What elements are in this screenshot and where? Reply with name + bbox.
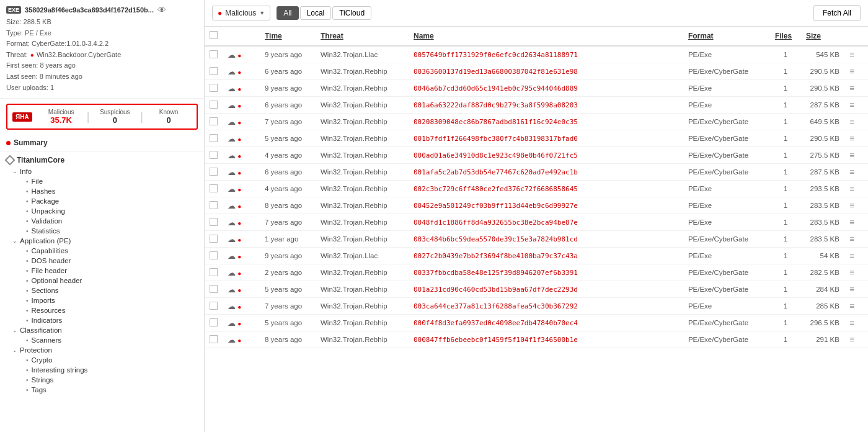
row-menu-icon[interactable]: ≡ (849, 217, 854, 227)
row-menu-icon[interactable]: ≡ (849, 150, 854, 160)
row-menu[interactable]: ≡ (844, 214, 868, 231)
row-menu-icon[interactable]: ≡ (849, 117, 854, 127)
malicious-dropdown[interactable]: ● Malicious ▼ (212, 6, 270, 20)
tree-child-capabilities[interactable]: •Capabilities (6, 246, 204, 256)
row-checkbox-cell[interactable] (205, 231, 223, 248)
row-name[interactable]: 003ca644ce377a81c13f6288afea54c30b367292 (409, 298, 683, 315)
row-menu[interactable]: ≡ (844, 264, 868, 281)
row-name[interactable]: 00337fbbcdba58e48e125f39d8946207ef6b3391 (409, 264, 683, 281)
row-menu-icon[interactable]: ≡ (849, 268, 854, 277)
row-menu-icon[interactable]: ≡ (849, 335, 854, 344)
tree-child-file-header[interactable]: •File header (6, 266, 204, 276)
row-name[interactable]: 001a6a63222daf887d0c9b279c3a8f5998a08203 (409, 97, 683, 114)
row-checkbox-cell[interactable] (205, 264, 223, 281)
row-hash-link[interactable]: 0057649bff1731929f0e6efc0cd2634a81188971 (414, 51, 578, 59)
col-files-header[interactable]: Files (770, 27, 801, 46)
row-menu[interactable]: ≡ (844, 197, 868, 214)
tree-parent-info[interactable]: ⌄ Info (6, 166, 204, 176)
row-menu-icon[interactable]: ≡ (849, 167, 854, 177)
row-checkbox-cell[interactable] (205, 80, 223, 97)
row-hash-link[interactable]: 000f4f8d3efa0937ed0c4098ee7db47840b70ec4 (414, 319, 578, 327)
row-menu[interactable]: ≡ (844, 46, 868, 63)
eye-icon[interactable]: 👁 (157, 5, 166, 15)
row-menu[interactable]: ≡ (844, 164, 868, 181)
row-checkbox-cell[interactable] (205, 181, 223, 197)
row-menu-icon[interactable]: ≡ (849, 83, 854, 93)
tree-child-imports[interactable]: •Imports (6, 295, 204, 305)
row-checkbox-cell[interactable] (205, 147, 223, 164)
header-checkbox[interactable] (210, 31, 218, 39)
tree-child-statistics[interactable]: •Statistics (6, 226, 204, 236)
tree-child-dos-header[interactable]: •DOS header (6, 256, 204, 266)
tree-child-resources[interactable]: •Resources (6, 305, 204, 315)
tree-parent-application[interactable]: ⌄ Application (PE) (6, 236, 204, 246)
col-checkbox[interactable] (205, 27, 223, 46)
row-name[interactable]: 0048fd1c1886ff8d4a932655bc38e2bca94be87e (409, 214, 683, 231)
row-menu-icon[interactable]: ≡ (849, 200, 854, 210)
row-hash-link[interactable]: 00452e9a501249cf03b9ff113d44eb9c6d99927e (414, 202, 578, 210)
tree-parent-protection[interactable]: ⌄ Protection (6, 345, 204, 355)
row-hash-link[interactable]: 001a231cd90c460cd53bd15b9aa67df7dec2293d (414, 286, 578, 294)
row-checkbox[interactable] (210, 285, 218, 293)
row-menu-icon[interactable]: ≡ (849, 100, 854, 110)
row-checkbox-cell[interactable] (205, 214, 223, 231)
row-checkbox[interactable] (210, 184, 218, 192)
row-checkbox-cell[interactable] (205, 197, 223, 214)
row-hash-link[interactable]: 00363600137d19ed13a66800387042f81e631e98 (414, 68, 578, 76)
row-checkbox[interactable] (210, 218, 218, 226)
row-menu[interactable]: ≡ (844, 298, 868, 315)
filter-all-tab[interactable]: All (277, 6, 298, 20)
row-checkbox[interactable] (210, 134, 218, 142)
col-format-header[interactable]: Format (683, 27, 770, 46)
row-checkbox[interactable] (210, 201, 218, 209)
row-name[interactable]: 003c484b6bc59dea5570de39c15e3a7824b981cd (409, 231, 683, 248)
col-size-header[interactable]: Size (801, 27, 844, 46)
row-hash-link[interactable]: 00208309048ec86b7867adbd8161f16c924e0c35 (414, 118, 578, 126)
tree-parent-classification[interactable]: ⌄ Classification (6, 325, 204, 335)
row-menu[interactable]: ≡ (844, 80, 868, 97)
row-name[interactable]: 00363600137d19ed13a66800387042f81e631e98 (409, 63, 683, 80)
row-menu-icon[interactable]: ≡ (849, 66, 854, 76)
row-menu-icon[interactable]: ≡ (849, 184, 854, 194)
tree-child-optional-header[interactable]: •Optional header (6, 276, 204, 286)
row-menu-icon[interactable]: ≡ (849, 234, 854, 244)
row-hash-link[interactable]: 001a6a63222daf887d0c9b279c3a8f5998a08203 (414, 101, 578, 109)
row-checkbox-cell[interactable] (205, 298, 223, 315)
row-checkbox-cell[interactable] (205, 130, 223, 147)
row-menu-icon[interactable]: ≡ (849, 251, 854, 261)
row-menu-icon[interactable]: ≡ (849, 50, 854, 60)
row-checkbox-cell[interactable] (205, 63, 223, 80)
row-hash-link[interactable]: 001b7fdf1f266498fbc380f7c4b83198317bfad0 (414, 135, 578, 143)
col-name-header[interactable]: Name (409, 27, 683, 46)
row-menu[interactable]: ≡ (844, 281, 868, 298)
row-checkbox[interactable] (210, 302, 218, 310)
row-menu[interactable]: ≡ (844, 231, 868, 248)
row-menu[interactable]: ≡ (844, 63, 868, 80)
tree-child-scanners[interactable]: •Scanners (6, 335, 204, 345)
row-menu[interactable]: ≡ (844, 114, 868, 130)
filter-ticloud-tab[interactable]: TiCloud (332, 6, 371, 20)
row-checkbox-cell[interactable] (205, 331, 223, 348)
tree-child-file[interactable]: •File (6, 176, 204, 186)
row-menu[interactable]: ≡ (844, 248, 868, 264)
row-checkbox-cell[interactable] (205, 315, 223, 331)
row-hash-link[interactable]: 0048fd1c1886ff8d4a932655bc38e2bca94be87e (414, 218, 578, 227)
row-checkbox[interactable] (210, 318, 218, 326)
row-menu-icon[interactable]: ≡ (849, 284, 854, 294)
tree-child-package[interactable]: •Package (6, 196, 204, 206)
row-checkbox[interactable] (210, 50, 218, 58)
row-checkbox[interactable] (210, 235, 218, 243)
row-name[interactable]: 000847ffb6ebeebc0f1459f5f104f1f346500b1e (409, 331, 683, 348)
row-checkbox-cell[interactable] (205, 281, 223, 298)
row-name[interactable]: 0057649bff1731929f0e6efc0cd2634a81188971 (409, 46, 683, 63)
tree-child-sections[interactable]: •Sections (6, 286, 204, 295)
row-name[interactable]: 00208309048ec86b7867adbd8161f16c924e0c35 (409, 114, 683, 130)
row-name[interactable]: 000f4f8d3efa0937ed0c4098ee7db47840b70ec4 (409, 315, 683, 331)
row-checkbox-cell[interactable] (205, 248, 223, 264)
row-hash-link[interactable]: 0046a6b7cd3d60d65c1941eb0c795c944046d889 (414, 84, 578, 92)
row-name[interactable]: 00452e9a501249cf03b9ff113d44eb9c6d99927e (409, 197, 683, 214)
fetch-all-button[interactable]: Fetch All (813, 5, 861, 21)
row-hash-link[interactable]: 003c484b6bc59dea5570de39c15e3a7824b981cd (414, 235, 578, 243)
row-menu[interactable]: ≡ (844, 147, 868, 164)
row-menu[interactable]: ≡ (844, 331, 868, 348)
